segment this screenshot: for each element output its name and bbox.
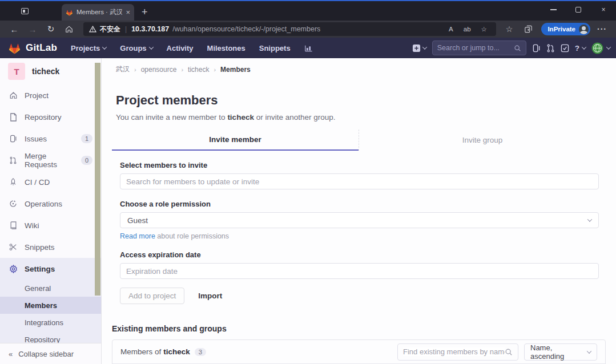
new-menu-button[interactable] <box>412 44 426 52</box>
expiration-date-input[interactable] <box>120 263 599 279</box>
nav-milestones[interactable]: Milestones <box>202 41 251 55</box>
sidebar-subitem-general[interactable]: General <box>0 280 101 297</box>
invite-member-form: Select members to invite Choose a role p… <box>112 151 606 304</box>
add-to-project-button[interactable]: Add to project <box>120 288 184 304</box>
members-of-label: Members of ticheck 3 <box>120 347 206 356</box>
tab-invite-group[interactable]: Invite group <box>359 130 606 151</box>
chevron-down-icon <box>587 349 591 353</box>
minimize-button[interactable] <box>541 0 566 19</box>
find-members-box[interactable] <box>397 343 518 361</box>
maximize-button[interactable] <box>566 0 591 19</box>
tab-close-icon[interactable]: × <box>126 9 130 16</box>
global-search-box[interactable] <box>432 41 526 55</box>
breadcrumb-group[interactable]: 武汉 <box>116 64 130 74</box>
translate-icon[interactable]: ab <box>460 26 474 33</box>
project-sidebar: T ticheck Project Repository Issues 1 <box>0 58 102 364</box>
workspaces-icon <box>21 8 29 14</box>
breadcrumb-separator: › <box>214 66 216 73</box>
sidebar-project-header[interactable]: T ticheck <box>0 58 101 84</box>
breadcrumb-subgroup[interactable]: opensource <box>141 66 177 74</box>
add-favorite-icon[interactable]: ☆ <box>478 25 490 33</box>
sidebar-item-ci-cd[interactable]: CI / CD <box>0 171 101 193</box>
home-button[interactable] <box>61 22 78 36</box>
global-search-input[interactable] <box>437 44 510 52</box>
sidebar-item-project[interactable]: Project <box>0 84 101 106</box>
not-secure-warning-icon[interactable] <box>89 26 96 33</box>
operations-icon <box>9 200 18 208</box>
url-divider: | <box>125 25 127 33</box>
page-title: Project members <box>112 93 606 108</box>
todo-check-icon <box>561 44 569 52</box>
back-button[interactable]: ← <box>6 22 23 36</box>
sidebar-item-operations[interactable]: Operations <box>0 193 101 215</box>
import-button[interactable]: Import <box>192 288 228 304</box>
nav-projects[interactable]: Projects <box>65 41 112 55</box>
chevron-down-icon <box>102 45 107 49</box>
nav-analytics[interactable] <box>299 41 319 55</box>
help-menu-button[interactable]: ? <box>575 44 586 52</box>
sidebar-subitem-members[interactable]: Members <box>0 297 101 314</box>
chart-icon <box>304 44 313 52</box>
inprivate-label: InPrivate <box>547 26 575 33</box>
gitlab-favicon <box>66 9 73 16</box>
breadcrumb-separator: › <box>134 66 136 73</box>
search-icon <box>505 348 513 356</box>
address-bar[interactable]: 不安全 | 10.3.70.187 /wuhan/opensource/tich… <box>83 22 496 36</box>
not-secure-label: 不安全 <box>100 25 120 34</box>
role-permissions-help: Read more about role permissions <box>120 232 599 240</box>
sidebar-settings-section: Settings General Members Integrations Re… <box>0 258 101 343</box>
breadcrumb-separator: › <box>181 66 183 73</box>
nav-activity[interactable]: Activity <box>161 41 199 55</box>
refresh-button[interactable]: ↻ <box>42 22 59 36</box>
nav-groups[interactable]: Groups <box>114 41 158 55</box>
document-icon <box>9 113 18 122</box>
browser-menu-icon[interactable]: ··· <box>594 25 610 34</box>
inprivate-badge[interactable]: InPrivate <box>541 23 590 35</box>
tab-actions-menu-button[interactable] <box>18 4 31 18</box>
issues-shortcut-button[interactable] <box>532 44 541 52</box>
members-card-header: Members of ticheck 3 Name, ascending <box>112 340 605 364</box>
collapse-sidebar-button[interactable]: « Collapse sidebar <box>0 343 101 364</box>
members-search-input[interactable] <box>120 173 599 189</box>
sort-dropdown[interactable]: Name, ascending <box>524 343 597 361</box>
members-count-badge: 3 <box>195 348 206 356</box>
role-select[interactable]: Guest <box>120 212 599 228</box>
main-panel: 武汉 › opensource › ticheck › Members Proj… <box>102 58 616 364</box>
nav-snippets[interactable]: Snippets <box>253 41 296 55</box>
find-members-input[interactable] <box>403 347 505 356</box>
project-name: ticheck <box>32 67 59 76</box>
sidebar-item-wiki[interactable]: Wiki <box>0 215 101 236</box>
breadcrumb-project[interactable]: ticheck <box>188 66 209 74</box>
gitlab-logo[interactable]: GitLab <box>8 42 57 54</box>
sidebar-item-settings[interactable]: Settings <box>0 258 101 280</box>
favorites-icon[interactable]: ☆ <box>501 25 518 34</box>
merge-requests-shortcut-button[interactable] <box>546 44 555 52</box>
sidebar-subitem-integrations[interactable]: Integrations <box>0 314 101 331</box>
sidebar-item-merge-requests[interactable]: Merge Requests 0 <box>0 149 101 171</box>
user-menu-button[interactable] <box>591 42 610 54</box>
issues-count-badge: 1 <box>81 134 92 143</box>
todos-shortcut-button[interactable] <box>561 44 569 52</box>
tab-invite-member[interactable]: Invite member <box>112 130 359 151</box>
close-button[interactable]: × <box>591 0 616 19</box>
search-icon <box>514 45 521 52</box>
read-aloud-icon[interactable]: A <box>445 26 457 33</box>
role-select-value: Guest <box>127 216 148 225</box>
sidebar-subitem-repository[interactable]: Repository <box>0 331 101 343</box>
issues-icon <box>532 44 541 52</box>
double-chevron-left-icon: « <box>9 350 13 358</box>
read-more-link[interactable]: Read more <box>120 232 155 240</box>
sidebar-scrollbar[interactable] <box>95 63 100 296</box>
sidebar-item-snippets[interactable]: Snippets <box>0 236 101 258</box>
profile-avatar <box>579 25 589 34</box>
sidebar-item-issues[interactable]: Issues 1 <box>0 128 101 149</box>
book-icon <box>9 221 18 229</box>
browser-tab[interactable]: Members · 武汉 / opensource / × <box>62 4 134 21</box>
page-content: T ticheck Project Repository Issues 1 <box>0 58 616 364</box>
collections-icon[interactable] <box>519 25 538 33</box>
sidebar-item-repository[interactable]: Repository <box>0 106 101 128</box>
breadcrumb-current: Members <box>220 66 251 74</box>
select-members-label: Select members to invite <box>120 161 599 169</box>
plus-square-icon <box>412 44 421 52</box>
new-tab-button[interactable]: + <box>142 7 148 17</box>
